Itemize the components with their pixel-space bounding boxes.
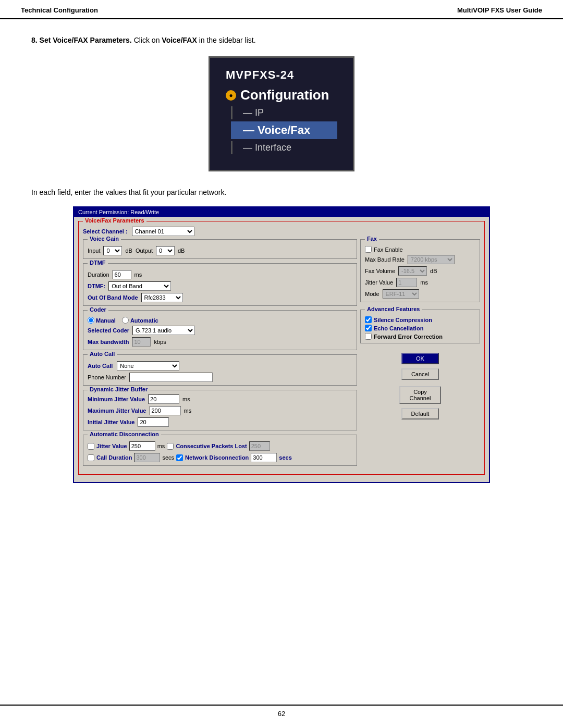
manual-radio-label[interactable]: Manual [88,317,116,324]
call-dur-check[interactable] [88,454,94,461]
min-jitter-input[interactable] [148,394,179,404]
call-dur-secs: secs [162,454,174,461]
db-label2: dB [178,248,185,254]
page-footer: 62 [0,705,563,718]
dtmf-select[interactable]: Out of Band [108,281,171,291]
fax-jitter-row: Jitter Value ms [365,278,475,287]
header-right: MultiVOIP FXS User Guide [457,6,542,14]
jitter-val-input[interactable] [129,441,155,451]
call-dur-label: Call Duration [96,454,132,461]
dynamic-jitter-section: Dynamic Jitter Buffer Minimum Jitter Val… [83,390,357,430]
duration-input[interactable] [113,270,131,279]
fax-enable-row: Fax Enable [365,246,475,253]
dtmf-section: DTMF Duration ms DTMF: Out of Band [83,263,357,306]
selected-coder-label: Selected Coder [88,327,129,334]
automatic-radio-label[interactable]: Automatic [122,317,158,324]
ok-button[interactable]: OK [401,353,439,364]
db-label1: dB [125,248,132,254]
silence-check[interactable] [365,316,372,323]
copy-channel-button[interactable]: Copy Channel [399,386,441,404]
auto-disconnect-section: Automatic Disconnection Jitter Value ms … [83,435,357,466]
selected-coder-row: Selected Coder G.723.1 audio [88,326,352,335]
jitter-val-label: Jitter Value [96,443,127,449]
auto-call-select[interactable]: None [117,361,179,371]
out-of-band-label: Out Of Band Mode [88,294,138,301]
form-right: Fax Fax Enable Max Baud Rate 7200 kbps [360,239,480,470]
form-body: Voice/Fax Parameters Select Channel : Ch… [74,217,489,482]
manual-radio[interactable] [88,317,94,324]
max-jitter-input[interactable] [150,406,181,415]
coder-legend: Coder [88,306,108,313]
jitter-val-ms: ms [157,443,165,449]
selected-coder-select[interactable]: G.723.1 audio [132,326,195,335]
voice-gain-legend: Voice Gain [88,236,121,242]
fax-volume-select[interactable]: -16.5 [398,266,427,276]
cancel-button[interactable]: Cancel [401,368,439,380]
auto-call-legend: Auto Call [88,351,117,357]
form-container: Current Permission: Read/Write Voice/Fax… [73,206,490,483]
voice-fax-params-section: Voice/Fax Parameters Select Channel : Ch… [78,221,485,475]
call-dur-input[interactable] [134,453,160,462]
network-disconn-input[interactable] [251,453,277,462]
dtmf-mode-row: DTMF: Out of Band [88,281,352,291]
phone-number-row: Phone Number [88,373,352,382]
jitter-val-check[interactable] [88,443,94,450]
fax-volume-row: Fax Volume -16.5 dB [365,266,475,276]
advanced-section: Advanced Features Silence Compression Ec… [360,310,480,343]
menu-box: MVPFXS-24 ● Configuration — IP — Voice/F… [209,56,354,171]
max-bw-row: Max bandwidth kbps [88,337,352,347]
menu-title: MVPFXS-24 [226,68,337,82]
automatic-radio[interactable] [122,317,129,324]
auto-call-section: Auto Call Auto Call None Phone Number [83,354,357,386]
consec-input[interactable] [249,441,270,451]
max-baud-select[interactable]: 7200 kbps [408,255,455,264]
init-jitter-label: Initial Jitter Value [88,419,134,425]
page-header: Technical Configuration MultiVOIP FXS Us… [0,0,563,19]
auto-call-label: Auto Call [88,363,113,369]
fec-check[interactable] [365,333,372,340]
silence-label: Silence Compression [374,317,432,323]
network-disconn-check[interactable] [176,454,183,461]
output-dropdown[interactable]: 0 [156,246,175,255]
menu-image-box: MVPFXS-24 ● Configuration — IP — Voice/F… [31,56,532,171]
input-label: Input [88,248,100,254]
menu-item-interface: — Interface [231,141,337,154]
jitter-val-row: Jitter Value ms Consecutive Packets Lost [88,441,352,451]
select-channel-row: Select Channel : Channel 01 [83,227,480,236]
fax-enable-check[interactable] [365,246,372,253]
max-baud-label: Max Baud Rate [365,256,405,263]
fax-jitter-ms: ms [420,279,428,286]
default-button[interactable]: Default [401,408,439,419]
fax-jitter-input[interactable] [396,278,417,287]
network-disconn-label: Network Disconnection [185,454,249,461]
init-jitter-row: Initial Jitter Value [88,417,352,427]
output-label: Output [136,248,153,254]
max-jitter-row: Maximum Jitter Value ms [88,406,352,415]
network-secs: secs [279,454,291,461]
instruction-text: In each field, enter the values that fit… [31,187,532,198]
consec-check[interactable] [167,443,174,450]
min-jitter-row: Minimum Jitter Value ms [88,394,352,404]
phone-number-input[interactable] [129,373,213,382]
out-of-band-select[interactable]: Rfc2833 [141,293,183,302]
menu-item-voicefax: — Voice/Fax [231,121,337,139]
kbps-label: kbps [154,339,166,345]
fax-mode-select[interactable]: ERF-11 [383,289,419,299]
advanced-legend: Advanced Features [365,306,422,312]
input-dropdown[interactable]: 0 [103,246,122,255]
coder-radio-group: Manual Automatic [88,317,352,324]
fax-volume-label: Fax Volume [365,268,395,274]
echo-row: Echo Cancellation [365,325,475,331]
select-channel-dropdown[interactable]: Channel 01 [132,227,194,236]
max-bw-label: Max bandwidth [88,339,129,345]
phone-number-label: Phone Number [88,374,126,380]
plug-icon: ● [226,90,236,101]
echo-check[interactable] [365,325,372,331]
fax-db-label: dB [430,268,437,274]
fax-mode-row: Mode ERF-11 [365,289,475,299]
max-bw-input[interactable] [132,337,151,347]
page-content: 8. Set Voice/FAX Parameters. Click on Vo… [0,19,563,499]
step-number: 8. Set Voice/FAX Parameters. [31,36,132,44]
init-jitter-input[interactable] [138,417,169,427]
fax-legend: Fax [365,236,379,242]
